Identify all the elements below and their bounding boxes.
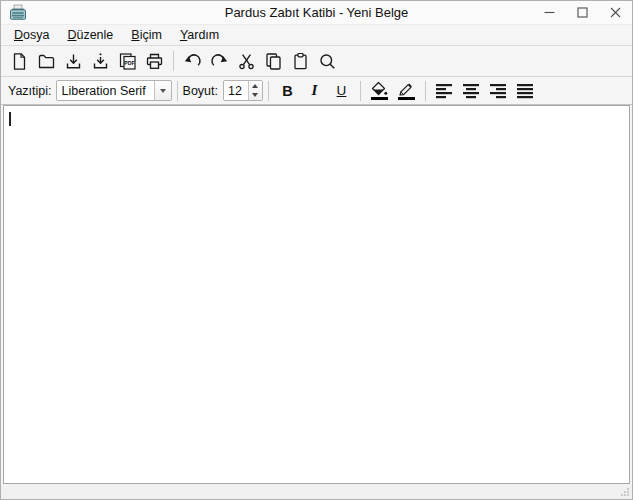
align-left-button[interactable] — [432, 79, 457, 102]
main-toolbar: PDF — [1, 46, 632, 77]
undo-icon — [183, 52, 202, 71]
spin-down-icon — [252, 93, 258, 97]
menu-yardim[interactable]: Yardım — [171, 26, 228, 45]
font-color-indicator — [398, 97, 415, 100]
copy-icon — [264, 52, 283, 71]
copy-button[interactable] — [262, 48, 286, 74]
font-family-select[interactable]: Liberation Serif — [56, 80, 172, 101]
align-justify-button[interactable] — [513, 79, 538, 102]
menu-bicim[interactable]: Biçim — [122, 26, 171, 45]
open-folder-icon — [37, 52, 56, 71]
fill-color-indicator — [371, 97, 388, 100]
maximize-icon — [577, 7, 588, 18]
cut-icon — [237, 52, 256, 71]
paste-button[interactable] — [289, 48, 313, 74]
font-color-button[interactable] — [394, 79, 419, 102]
font-label: Yazıtipi: — [8, 84, 52, 98]
redo-icon — [210, 52, 229, 71]
bold-icon: B — [282, 83, 292, 99]
typewriter-icon — [9, 4, 27, 21]
save-icon — [64, 52, 83, 71]
paste-icon — [291, 52, 310, 71]
font-color-icon — [396, 81, 416, 96]
window-controls — [533, 1, 632, 24]
export-pdf-button[interactable]: PDF — [116, 48, 140, 74]
fill-color-icon — [369, 81, 389, 96]
align-center-icon — [462, 83, 480, 99]
formatbar-separator — [360, 81, 361, 101]
save-as-icon — [91, 52, 110, 71]
titlebar[interactable]: Pardus Zabıt Katibi - Yeni Belge — [1, 1, 632, 25]
undo-button[interactable] — [181, 48, 205, 74]
italic-button[interactable]: I — [302, 79, 327, 102]
search-button[interactable] — [316, 48, 340, 74]
align-right-button[interactable] — [486, 79, 511, 102]
size-label: Boyut: — [183, 84, 218, 98]
toolbar-separator — [173, 51, 174, 71]
font-family-value: Liberation Serif — [57, 81, 154, 100]
italic-icon: I — [312, 82, 318, 99]
text-caret — [9, 112, 11, 126]
size-decrease-button[interactable] — [249, 91, 262, 101]
format-toolbar: Yazıtipi: Liberation Serif Boyut: B I U — [1, 77, 632, 105]
menu-duzenle[interactable]: Düzenle — [58, 26, 122, 45]
search-icon — [318, 52, 337, 71]
editor-area[interactable] — [3, 105, 630, 484]
formatbar-separator — [177, 81, 178, 101]
align-right-icon — [489, 83, 507, 99]
underline-icon: U — [337, 83, 347, 98]
fill-color-button[interactable] — [367, 79, 392, 102]
align-center-button[interactable] — [459, 79, 484, 102]
minimize-icon — [544, 7, 555, 18]
new-document-button[interactable] — [8, 48, 32, 74]
underline-button[interactable]: U — [329, 79, 354, 102]
chevron-down-icon — [160, 89, 166, 93]
cut-button[interactable] — [235, 48, 259, 74]
export-pdf-icon: PDF — [118, 52, 138, 71]
statusbar — [1, 484, 632, 499]
close-icon — [610, 7, 621, 18]
align-left-icon — [435, 83, 453, 99]
bold-button[interactable]: B — [275, 79, 300, 102]
app-window: Pardus Zabıt Katibi - Yeni Belge Dos — [0, 0, 633, 500]
redo-button[interactable] — [208, 48, 232, 74]
close-button[interactable] — [599, 1, 632, 24]
font-size-spinner — [223, 80, 263, 101]
menu-dosya[interactable]: Dosya — [5, 26, 58, 45]
menubar: Dosya Düzenle Biçim Yardım — [1, 25, 632, 46]
formatbar-separator — [268, 81, 269, 101]
font-size-input[interactable] — [224, 81, 248, 100]
spin-up-icon — [252, 84, 258, 88]
save-as-button[interactable] — [89, 48, 113, 74]
pdf-badge-text: PDF — [124, 59, 134, 65]
open-button[interactable] — [35, 48, 59, 74]
print-icon — [145, 52, 164, 71]
new-document-icon — [10, 52, 29, 71]
font-family-dropdown-button[interactable] — [154, 81, 171, 100]
formatbar-separator — [425, 81, 426, 101]
resize-grip[interactable] — [620, 487, 630, 497]
align-justify-icon — [516, 83, 534, 99]
print-button[interactable] — [143, 48, 167, 74]
maximize-button[interactable] — [566, 1, 599, 24]
save-button[interactable] — [62, 48, 86, 74]
minimize-button[interactable] — [533, 1, 566, 24]
size-increase-button[interactable] — [249, 81, 262, 91]
